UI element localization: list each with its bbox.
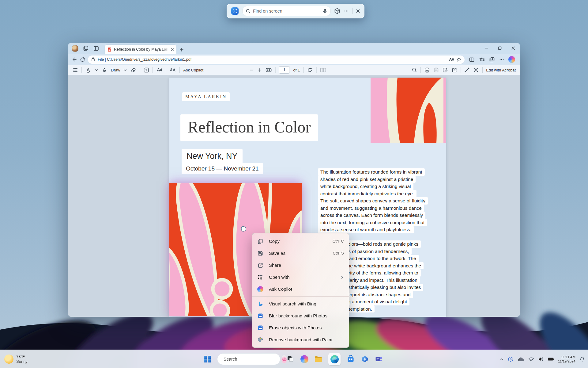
photos-icon — [257, 325, 263, 331]
onedrive-cloud-icon[interactable] — [518, 357, 524, 362]
page-number-input[interactable] — [279, 66, 290, 74]
search-icon — [246, 9, 251, 13]
menu-item-copy[interactable]: Copy Ctrl+C — [252, 235, 349, 247]
chevron-down-icon[interactable] — [123, 68, 127, 72]
highlighter-icon[interactable] — [85, 67, 91, 73]
maximize-button[interactable] — [493, 43, 507, 53]
pdf-toolbar: Draw — [68, 65, 520, 75]
battery-icon[interactable] — [548, 357, 554, 361]
menu-item-blur-background-photos[interactable]: Blur background with Photos — [252, 310, 349, 322]
gear-icon[interactable] — [473, 67, 479, 73]
volume-icon[interactable] — [538, 357, 544, 362]
start-button[interactable] — [203, 355, 211, 363]
favorites-bar-icon[interactable] — [479, 57, 485, 63]
desktop: Reflection in Color by Maya Larki — [0, 0, 588, 368]
artwork-corner-image[interactable] — [371, 78, 446, 143]
task-view-button[interactable] — [286, 355, 294, 363]
tab-actions-icon[interactable] — [93, 45, 99, 52]
workspaces-icon[interactable] — [83, 45, 89, 52]
chevron-down-icon[interactable] — [95, 68, 98, 72]
minimize-button[interactable] — [480, 43, 493, 53]
menu-item-visual-search-bing[interactable]: Visual search with Bing — [252, 298, 349, 310]
copilot-taskbar-button[interactable] — [300, 355, 308, 363]
read-aloud-icon[interactable] — [448, 57, 454, 62]
share-icon[interactable] — [451, 67, 457, 73]
url-field[interactable]: File | C:Users/Onedrive/s_izza/lovegived… — [88, 56, 465, 64]
favorite-star-icon[interactable] — [456, 57, 462, 62]
add-text-icon[interactable] — [143, 67, 149, 73]
exhibition-location: New York, NY — [182, 149, 243, 163]
more-options-icon[interactable] — [344, 8, 349, 14]
settings-more-icon[interactable] — [499, 57, 504, 62]
find-on-screen-bar — [227, 4, 364, 18]
wifi-icon[interactable] — [528, 357, 534, 362]
back-icon[interactable] — [71, 56, 77, 63]
microsoft-store-button[interactable] — [346, 355, 355, 363]
mic-icon[interactable] — [322, 9, 327, 13]
edit-with-acrobat-button[interactable]: Edit with Acrobat — [486, 68, 516, 72]
translate-icon[interactable] — [169, 67, 176, 73]
search-document-icon[interactable] — [412, 67, 417, 73]
rotate-icon[interactable] — [307, 67, 313, 73]
image-context-menu: Copy Ctrl+C Save as Ctrl+S Share — [252, 233, 349, 348]
menu-item-remove-background-paint[interactable]: Remove background with Paint — [252, 334, 349, 346]
tab-strip: Reflection in Color by Maya Larki — [68, 43, 520, 54]
menu-item-erase-objects-photos[interactable]: Erase objects with Photos — [252, 322, 349, 334]
taskbar-search-input[interactable] — [224, 357, 279, 362]
edge-icon — [330, 355, 339, 363]
divider — [352, 8, 352, 14]
menu-item-ask-copilot[interactable]: Ask Copilot — [252, 283, 349, 295]
new-tab-icon[interactable] — [179, 48, 184, 52]
menu-item-share[interactable]: Share — [252, 259, 349, 271]
share-icon — [257, 262, 263, 268]
address-bar: File | C:Users/Onedrive/s_izza/lovegived… — [68, 54, 520, 65]
notification-bell-icon[interactable] — [579, 356, 585, 362]
teams-button[interactable] — [375, 355, 383, 363]
zoom-out-icon[interactable] — [250, 68, 254, 72]
split-screen-icon[interactable] — [469, 57, 475, 63]
zoom-in-icon[interactable] — [258, 68, 262, 72]
menu-item-save-as[interactable]: Save as Ctrl+S — [252, 247, 349, 259]
fit-to-width-icon[interactable] — [266, 67, 272, 73]
paint-icon — [257, 337, 263, 343]
print-icon[interactable] — [424, 67, 430, 73]
fullscreen-icon[interactable] — [464, 67, 470, 73]
clock[interactable]: 11:11 AM 11/19/2024 — [558, 355, 575, 363]
edge-taskbar-button[interactable] — [328, 353, 341, 365]
taskbar: 78°F Sunny — [0, 350, 588, 368]
draw-pen-icon[interactable] — [101, 67, 107, 73]
open-with-icon — [257, 274, 263, 280]
bing-icon — [257, 301, 263, 307]
find-search-field[interactable] — [242, 6, 331, 16]
copilot-icon[interactable] — [508, 56, 515, 63]
browser-tab-active[interactable]: Reflection in Color by Maya Larki — [105, 45, 176, 54]
tab-close-icon[interactable] — [171, 48, 174, 51]
copilot-365-button[interactable] — [360, 355, 369, 363]
weather-widget[interactable]: 78°F Sunny — [4, 350, 28, 368]
table-of-contents-icon[interactable] — [72, 67, 78, 73]
read-aloud-icon[interactable] — [156, 67, 162, 73]
collections-icon[interactable] — [489, 57, 495, 63]
file-explorer-button[interactable] — [314, 355, 322, 363]
sun-icon — [4, 355, 13, 364]
tray-time: 11:11 AM — [558, 355, 575, 359]
menu-item-open-with[interactable]: Open with — [252, 271, 349, 283]
eraser-icon[interactable] — [130, 67, 136, 73]
copilot-vision-icon[interactable] — [334, 8, 341, 14]
close-icon[interactable] — [356, 9, 360, 13]
mouse-cursor — [241, 226, 247, 232]
refresh-icon[interactable] — [80, 57, 85, 63]
draw-label[interactable]: Draw — [111, 68, 120, 72]
taskbar-search-box[interactable] — [217, 353, 280, 365]
copy-icon — [257, 238, 263, 244]
weather-condition: Sunny — [16, 359, 28, 364]
tray-chevron-icon[interactable] — [500, 357, 504, 361]
find-on-screen-input[interactable] — [253, 9, 320, 13]
ask-copilot-button[interactable]: Ask Copilot — [183, 68, 203, 72]
save-as-icon[interactable] — [442, 67, 448, 73]
3d-viewer-icon[interactable] — [508, 356, 514, 362]
file-icon — [91, 57, 95, 62]
profile-avatar[interactable] — [72, 45, 78, 52]
paragraph-1: The illustration features rounded forms … — [318, 168, 431, 233]
window-close-button[interactable] — [507, 43, 520, 53]
